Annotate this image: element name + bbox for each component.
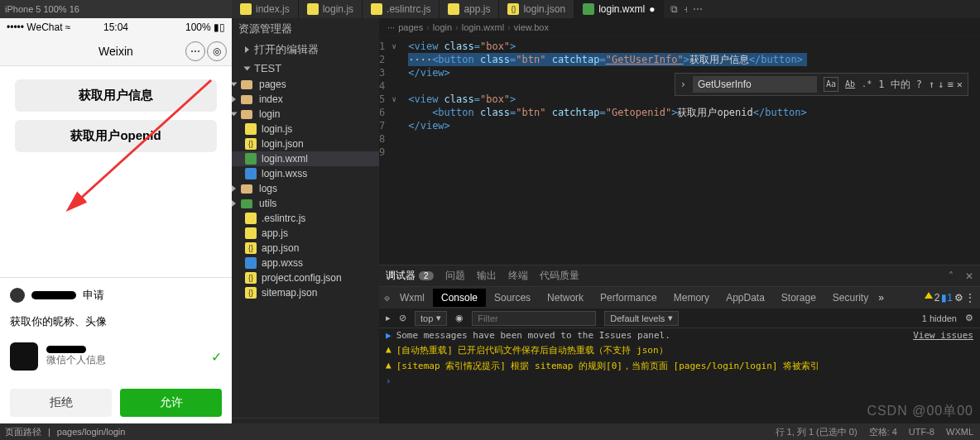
warning-count[interactable]: 2 — [934, 292, 940, 304]
menu-icon[interactable]: ⋯ — [185, 41, 205, 61]
file-tree[interactable]: pagesindexloginlogin.js{}login.jsonlogin… — [232, 77, 379, 300]
cursor-pos[interactable]: 行 1, 列 1 (已选中 0) — [776, 426, 858, 438]
match-case-icon[interactable]: Aa — [824, 77, 838, 92]
tab-debugger[interactable]: 调试器2 — [386, 269, 434, 283]
language-info[interactable]: WXML — [946, 427, 973, 437]
tree-item-login[interactable]: login — [232, 107, 379, 122]
js-file-icon — [307, 3, 319, 15]
tree-item-utils[interactable]: utils — [232, 196, 379, 211]
get-user-info-button[interactable]: 获取用户信息 — [15, 79, 217, 112]
devtools-menu-icon[interactable]: ⋮ — [965, 292, 975, 304]
code-editor[interactable]: › Aa Ab .* 1 中的 ? ↑↓≡✕ 1∨2345∨6789 <view… — [379, 36, 980, 265]
panel-tabs[interactable]: 调试器2 问题 输出 终端 代码质量 ˄ ✕ — [379, 265, 980, 287]
chevron-up-icon[interactable]: ˄ — [949, 270, 954, 282]
filter-input[interactable] — [472, 311, 596, 326]
allow-button[interactable]: 允许 — [120, 389, 222, 417]
more-icon[interactable]: ⋯ — [693, 3, 703, 15]
indent-info[interactable]: 空格: 4 — [869, 426, 897, 438]
tab-issues[interactable]: 问题 — [445, 269, 465, 283]
tree-item-sitemap.json[interactable]: {}sitemap.json — [232, 285, 379, 300]
prev-match-icon[interactable]: ↑ — [929, 78, 934, 91]
reject-button[interactable]: 拒绝 — [10, 389, 112, 417]
tab-login.js[interactable]: login.js — [299, 0, 363, 18]
find-menu-icon[interactable]: ≡ — [948, 78, 954, 91]
encoding-info[interactable]: UTF-8 — [909, 427, 934, 437]
sidebar-toggle-icon[interactable]: ▸ — [386, 313, 391, 323]
wxml-file-icon — [583, 3, 594, 15]
devtab-memory[interactable]: Memory — [665, 289, 718, 307]
find-bar[interactable]: › Aa Ab .* 1 中的 ? ↑↓≡✕ — [675, 73, 968, 96]
tree-label: login.js — [262, 123, 292, 135]
tree-item-login.wxml[interactable]: login.wxml — [232, 151, 379, 166]
split-icon[interactable]: ⫞ — [683, 3, 688, 15]
find-input[interactable] — [693, 76, 817, 93]
devtools-tabs[interactable]: ⟐ WxmlConsoleSourcesNetworkPerformanceMe… — [379, 287, 980, 308]
regex-icon[interactable]: .* — [862, 78, 872, 91]
tab-label: index.js — [256, 3, 290, 15]
crumb-login.wxml[interactable]: login.wxml — [462, 22, 504, 32]
editor-tabs[interactable]: index.jslogin.js.eslintrc.jsapp.js{}logi… — [232, 0, 664, 18]
devtab-network[interactable]: Network — [539, 289, 592, 307]
tab-app.js[interactable]: app.js — [440, 0, 499, 18]
close-icon[interactable]: ◎ — [207, 41, 227, 61]
tree-item-.eslintrc.js[interactable]: .eslintrc.js — [232, 211, 379, 226]
clear-console-icon[interactable]: ⊘ — [399, 313, 406, 323]
watermark: CSDN @00单00 — [867, 403, 973, 420]
chevron-right-icon[interactable]: › — [680, 78, 686, 91]
devtab-wxml[interactable]: Wxml — [392, 289, 433, 307]
view-issues-link[interactable]: View issues — [913, 330, 973, 341]
tab-quality[interactable]: 代码质量 — [540, 269, 579, 283]
crumb-login[interactable]: login — [433, 22, 452, 32]
tree-item-app.js[interactable]: app.js — [232, 226, 379, 241]
context-select[interactable]: top ▾ — [415, 311, 447, 326]
levels-select[interactable]: Default levels ▾ — [604, 311, 679, 326]
chevron-icon — [232, 200, 236, 207]
tree-item-login.json[interactable]: {}login.json — [232, 136, 379, 151]
devtab-storage[interactable]: Storage — [773, 289, 824, 307]
tree-item-login.wxss[interactable]: login.wxss — [232, 166, 379, 181]
compare-icon[interactable]: ⧉ — [670, 3, 678, 15]
close-find-icon[interactable]: ✕ — [957, 78, 963, 91]
tree-item-project.config.json[interactable]: {}project.config.json — [232, 270, 379, 285]
devtab-console[interactable]: Console — [433, 289, 486, 307]
next-match-icon[interactable]: ↓ — [938, 78, 944, 91]
tab-login.json[interactable]: {}login.json — [499, 0, 574, 18]
devtab-security[interactable]: Security — [824, 289, 877, 307]
tree-item-login.js[interactable]: login.js — [232, 122, 379, 136]
tab-output[interactable]: 输出 — [477, 269, 497, 283]
tree-label: login.wxml — [262, 153, 308, 165]
console-toolbar[interactable]: ▸ ⊘ top ▾ ◉ Default levels ▾ 1 hidden ⚙ — [379, 308, 980, 328]
tab-terminal[interactable]: 终端 — [508, 269, 528, 283]
devtools-more-icon[interactable]: » — [878, 292, 884, 304]
tree-item-logs[interactable]: logs — [232, 181, 379, 196]
whole-word-icon[interactable]: Ab — [845, 78, 855, 91]
tree-item-index[interactable]: index — [232, 92, 379, 107]
devtab-sources[interactable]: Sources — [486, 289, 539, 307]
eye-icon[interactable]: ◉ — [455, 313, 464, 323]
tree-item-app.json[interactable]: {}app.json — [232, 241, 379, 256]
gear-icon[interactable]: ⚙ — [954, 292, 963, 304]
tab-index.js[interactable]: index.js — [232, 0, 299, 18]
footer-label: 页面路径 — [5, 426, 41, 438]
json-file-icon: {} — [245, 272, 257, 284]
breadcrumb[interactable]: ··· pages › login › login.wxml › view.bo… — [379, 18, 980, 36]
open-editors-section[interactable]: 打开的编辑器 — [232, 40, 379, 60]
crumb-view.box[interactable]: view.box — [514, 22, 549, 32]
tab-login.wxml[interactable]: login.wxml● — [574, 0, 664, 18]
get-openid-button[interactable]: 获取用户openid — [15, 120, 217, 152]
js-file-icon — [245, 123, 257, 135]
inspect-icon[interactable]: ⟐ — [384, 292, 390, 304]
tree-item-pages[interactable]: pages — [232, 77, 379, 92]
project-root[interactable]: TEST — [232, 60, 379, 77]
close-panel-icon[interactable]: ✕ — [965, 270, 973, 282]
info-count[interactable]: 1 — [947, 292, 953, 304]
tree-label: pages — [259, 79, 286, 90]
devtab-performance[interactable]: Performance — [592, 289, 665, 307]
tab-.eslintrc.js[interactable]: .eslintrc.js — [363, 0, 440, 18]
tree-item-app.wxss[interactable]: app.wxss — [232, 256, 379, 270]
console-gear-icon[interactable]: ⚙ — [965, 313, 973, 323]
devtab-appdata[interactable]: AppData — [718, 289, 773, 307]
crumb-pages[interactable]: pages — [398, 22, 423, 32]
console-prompt[interactable]: › — [379, 374, 980, 388]
hidden-count[interactable]: 1 hidden — [922, 313, 957, 323]
